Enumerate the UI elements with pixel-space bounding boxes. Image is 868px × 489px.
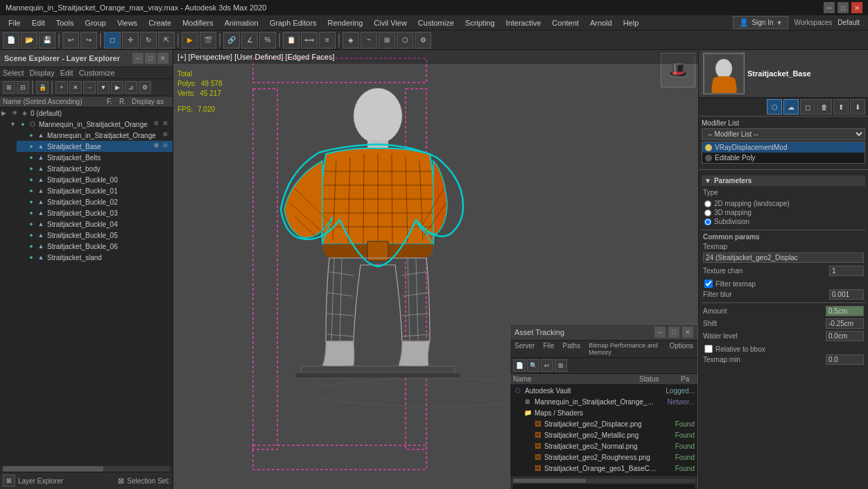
new-scene-button[interactable]: 📄 bbox=[3, 32, 19, 49]
filter-texmap-checkbox[interactable] bbox=[704, 280, 713, 288]
asset-tb-btn-1[interactable]: 📄 bbox=[513, 359, 526, 372]
layer-button[interactable]: ◈ bbox=[342, 32, 359, 49]
se-filter-button[interactable]: ⊿ bbox=[125, 81, 137, 94]
water-level-input[interactable] bbox=[826, 331, 864, 341]
tree-item-buckle-00[interactable]: ● ▲ Straitjacket_Buckle_00 bbox=[17, 174, 173, 185]
texmap-min-input[interactable] bbox=[826, 354, 864, 365]
tree-item-body[interactable]: ● ▲ Straitjacket_body bbox=[17, 163, 173, 174]
type-2d-option[interactable]: 2D mapping (landscape) bbox=[704, 200, 862, 207]
menu-animation[interactable]: Animation bbox=[219, 17, 264, 28]
asset-item-maps[interactable]: 📁 Maps / Shaders bbox=[510, 407, 697, 418]
asset-menu-paths[interactable]: Paths bbox=[563, 342, 581, 356]
asset-menu-bitmap[interactable]: Bitmap Performance and Memory bbox=[589, 342, 661, 356]
se-settings-button[interactable]: ⚙ bbox=[139, 81, 151, 94]
mod-icon-btn-3[interactable]: ◻ bbox=[800, 99, 815, 114]
tree-item-belts[interactable]: ● ▲ Straitjacket_Belts bbox=[17, 152, 173, 163]
menu-civil-view[interactable]: Civil View bbox=[368, 17, 412, 28]
tree-item-mannequin-mesh[interactable]: ● ▲ Mannequin_in_Straitjacket_Orange ⊞ bbox=[17, 130, 173, 141]
asset-item-metallic[interactable]: 🖼 Straitjacket_geo2_Metallic.png Found bbox=[510, 429, 697, 440]
se-menu-select[interactable]: Select bbox=[3, 69, 24, 77]
save-button[interactable]: 💾 bbox=[39, 32, 55, 49]
menu-create[interactable]: Create bbox=[143, 17, 177, 28]
close-button[interactable]: ✕ bbox=[851, 2, 862, 13]
se-delete-layer-button[interactable]: ✕ bbox=[69, 81, 82, 94]
se-add-layer-button[interactable]: + bbox=[55, 81, 68, 94]
menu-graph-editors[interactable]: Graph Editors bbox=[264, 17, 322, 28]
tree-item-default[interactable]: ▶ 👁 ◈ 0 (default) · · bbox=[0, 108, 173, 119]
mirror-button[interactable]: ⟺ bbox=[301, 32, 318, 49]
redo-button[interactable]: ↪ bbox=[80, 32, 97, 49]
asset-item-basecolor[interactable]: 🖼 Straitjacket_Orange_geo1_BaseColor.png… bbox=[510, 463, 697, 474]
percent-snap-button[interactable]: % bbox=[259, 32, 276, 49]
menu-file[interactable]: File bbox=[3, 17, 26, 28]
asset-scrollbar[interactable] bbox=[513, 479, 695, 483]
tree-item-buckle-03[interactable]: ● ▲ Straitjacket_Buckle_03 bbox=[17, 207, 173, 218]
filter-texmap-checkbox-label[interactable]: Filter texmap bbox=[702, 278, 865, 289]
asset-close-button[interactable]: ✕ bbox=[682, 327, 693, 338]
relative-bbox-label[interactable]: Relative to bbox bbox=[702, 343, 865, 354]
type-3d-radio[interactable] bbox=[704, 209, 711, 216]
tree-item-sland[interactable]: ● ▲ Straitjacket_sland bbox=[17, 252, 173, 263]
maximize-button[interactable]: □ bbox=[837, 2, 849, 13]
menu-content[interactable]: Content bbox=[546, 17, 584, 28]
type-3d-option[interactable]: 3D mapping bbox=[704, 209, 862, 216]
asset-restore-button[interactable]: □ bbox=[668, 327, 679, 338]
se-select-all-button[interactable]: ⊞ bbox=[3, 81, 15, 94]
se-move-to-layer-button[interactable]: → bbox=[83, 81, 96, 94]
undo-button[interactable]: ↩ bbox=[62, 32, 79, 49]
asset-minimize-button[interactable]: ─ bbox=[654, 327, 666, 338]
mod-icon-btn-1[interactable]: ⬡ bbox=[767, 99, 782, 114]
texture-chan-input[interactable] bbox=[829, 266, 864, 276]
texmap-value[interactable]: 24 (Straitjacket_geo2_Displac bbox=[703, 252, 864, 263]
asset-tb-btn-2[interactable]: 🔍 bbox=[527, 359, 539, 372]
menu-rendering[interactable]: Rendering bbox=[322, 17, 369, 28]
asset-item-file[interactable]: 🗎 Mannequin_in_Straitjacket_Orange_max_v… bbox=[510, 396, 697, 407]
select-button[interactable]: ◻ bbox=[104, 32, 121, 49]
tree-item-buckle-05[interactable]: ● ▲ Straitjacket_Buckle_05 bbox=[17, 230, 173, 241]
tree-item-buckle-01[interactable]: ● ▲ Straitjacket_Buckle_01 bbox=[17, 185, 173, 196]
se-menu-edit[interactable]: Edit bbox=[60, 69, 73, 77]
asset-tb-btn-3[interactable]: ↩ bbox=[541, 359, 553, 372]
mod-icon-btn-4[interactable]: 🗑 bbox=[817, 99, 832, 114]
menu-modifiers[interactable]: Modifiers bbox=[177, 17, 219, 28]
menu-scripting[interactable]: Scripting bbox=[460, 17, 501, 28]
asset-item-normal[interactable]: 🖼 Straitjacket_geo2_Normal.png Found bbox=[510, 440, 697, 452]
menu-help[interactable]: Help bbox=[618, 17, 645, 28]
shift-input[interactable] bbox=[826, 318, 864, 329]
scrollbar-thumb[interactable] bbox=[3, 466, 103, 472]
se-lock-button[interactable]: 🔒 bbox=[36, 81, 49, 94]
render-frame-button[interactable]: 🎬 bbox=[200, 32, 216, 49]
mod-icon-btn-5[interactable]: ⬆ bbox=[833, 99, 849, 114]
asset-menu-options[interactable]: Options bbox=[670, 342, 693, 356]
align-button[interactable]: ≡ bbox=[319, 32, 336, 49]
rotate-button[interactable]: ↻ bbox=[140, 32, 157, 49]
mod-icon-btn-2[interactable]: ☁ bbox=[783, 99, 799, 114]
type-subdiv-radio[interactable] bbox=[704, 218, 711, 225]
menu-tools[interactable]: Tools bbox=[51, 17, 80, 28]
asset-menu-server[interactable]: Server bbox=[514, 342, 535, 356]
tree-item-buckle-04[interactable]: ● ▲ Straitjacket_Buckle_04 bbox=[17, 218, 173, 230]
modifier-dropdown[interactable]: -- Modifier List -- bbox=[702, 128, 865, 140]
menu-customize[interactable]: Customize bbox=[413, 17, 460, 28]
schematic-button[interactable]: ⊞ bbox=[379, 32, 395, 49]
sign-in-button[interactable]: Sign In bbox=[752, 19, 773, 26]
se-expand-button[interactable]: ▼ bbox=[97, 81, 110, 94]
menu-edit[interactable]: Edit bbox=[26, 17, 51, 28]
tree-item-mannequin-group[interactable]: ▼ ● ⬡ Mannequin_in_Straitjacket_Orange ⊞… bbox=[8, 119, 173, 130]
filter-blur-input[interactable] bbox=[829, 289, 864, 300]
amount-input[interactable] bbox=[826, 306, 864, 316]
render-setup-button[interactable]: ⚙ bbox=[415, 32, 431, 49]
menu-group[interactable]: Group bbox=[79, 17, 112, 28]
menu-views[interactable]: Views bbox=[112, 17, 143, 28]
workspaces-label[interactable]: Workspaces bbox=[794, 19, 832, 26]
tree-item-straitjacket-base[interactable]: ● ▲ Straitjacket_Base ⊠ ⊞ bbox=[17, 141, 173, 152]
scale-button[interactable]: ⇱ bbox=[158, 32, 175, 49]
asset-item-displace[interactable]: 🖼 Straitjacket_geo2_Displace.png Found bbox=[510, 418, 697, 429]
asset-scrollbar-thumb[interactable] bbox=[513, 479, 586, 483]
asset-tb-btn-4[interactable]: ⊞ bbox=[555, 359, 567, 372]
angle-snap-button[interactable]: ∠ bbox=[241, 32, 258, 49]
named-selection-button[interactable]: 📋 bbox=[283, 32, 300, 49]
asset-item-vault[interactable]: ⬡ Autodesk Vault Logged... bbox=[510, 385, 697, 396]
snap-button[interactable]: 🔗 bbox=[223, 32, 240, 49]
open-button[interactable]: 📂 bbox=[21, 32, 37, 49]
